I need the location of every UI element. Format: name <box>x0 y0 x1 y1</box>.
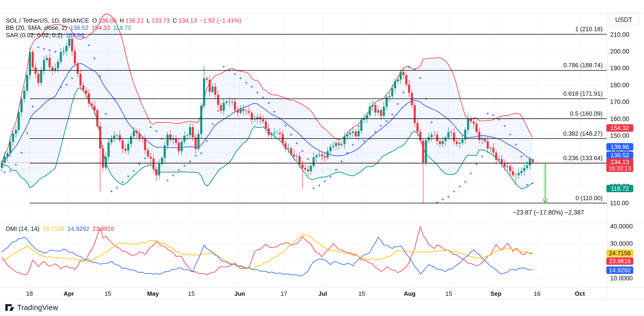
time-tick-16: 16 <box>534 290 540 297</box>
price-badge-136.52: 136.52 <box>606 151 633 159</box>
dmi-legend-label: DMI (14, 14) <box>6 225 40 232</box>
dmi-badge-14.9292: 14.9292 <box>606 266 633 274</box>
bb-legend-label: BB (20, SMA, close, 2) <box>6 24 67 31</box>
time-tick-jul: Jul <box>318 290 327 297</box>
dmi-adx-value: 24.7156 <box>42 225 64 232</box>
bb-legend-row[interactable]: BB (20, SMA, close, 2) 136.52 154.32 118… <box>6 24 132 31</box>
time-tick-aug: Aug <box>404 290 416 297</box>
price-tick-160: 160.00 <box>610 115 629 122</box>
ohlc-h: H136.21 <box>120 17 145 24</box>
price-tick-170: 170.00 <box>610 98 629 106</box>
time-tick-sep: Sep <box>490 290 502 297</box>
ohlc-l: L133.73 <box>147 17 171 24</box>
time-tick-jun: Jun <box>234 290 245 297</box>
time-tick-18: 18 <box>26 290 33 297</box>
price-badge-118.72: 118.72 <box>606 185 633 192</box>
sar-value: 139.96 <box>66 32 84 39</box>
dmi-tick-30: 30.0000 <box>610 240 633 247</box>
time-tick-15: 15 <box>188 290 195 297</box>
dmi-badge-23.9816: 23.9816 <box>606 257 633 265</box>
symbol-legend-row[interactable]: SOL / TetherUS, 1D, BINANCE O136.06H136.… <box>6 17 243 24</box>
dmi-plus-di-value: 14.9292 <box>68 225 89 232</box>
bb-lower-value: 118.72 <box>113 24 131 31</box>
price-badge-134.13: 134.1316:33:13 <box>606 158 633 172</box>
ohlc-o: O136.06 <box>92 17 118 24</box>
dmi-minus-di-value: 23.9816 <box>92 225 114 232</box>
time-tick-may: May <box>147 290 159 297</box>
dmi-badge-24.7156: 24.7156 <box>606 249 633 257</box>
time-tick-15: 15 <box>358 290 365 297</box>
price-tick-110: 110.00 <box>610 199 629 207</box>
price-tick-200: 200.00 <box>610 48 629 55</box>
price-tick-180: 180.00 <box>610 82 629 89</box>
tradingview-logo-icon <box>5 303 14 312</box>
fib-level-label-6: 0 (110.00) <box>576 194 602 201</box>
price-badge-154.32: 154.32 <box>606 124 633 132</box>
symbol-title: SOL / TetherUS, 1D, BINANCE <box>6 17 89 24</box>
ohlc-c: C134.13 <box>173 17 198 24</box>
dmi-tick-40: 40.0000 <box>610 223 633 230</box>
price-badge-139.96: 139.96 <box>606 143 633 151</box>
dmi-legend-row[interactable]: DMI (14, 14) 24.7156 14.9292 23.9816 <box>6 225 116 232</box>
price-tick-190: 190.00 <box>610 65 629 72</box>
change-value: −1.92 (−1.41%) <box>200 17 241 24</box>
fib-level-label-0: 1 (210.18) <box>575 26 602 33</box>
fib-level-label-1: 0.786 (188.74) <box>563 62 602 69</box>
tradingview-footer[interactable]: TradingView <box>5 302 58 313</box>
fib-level-label-5: 0.236 (133.64) <box>563 155 602 162</box>
time-tick-apr: Apr <box>64 290 74 297</box>
fib-level-label-2: 0.618 (171.91) <box>563 90 602 97</box>
tradingview-brand-text: TradingView <box>17 303 58 312</box>
bb-upper-value: 154.32 <box>92 24 110 31</box>
sar-legend-row[interactable]: SAR (0.02, 0.02, 0.2) 139.96 <box>6 32 86 39</box>
time-tick-15: 15 <box>446 290 452 297</box>
time-tick-oct: Oct <box>575 290 585 297</box>
time-tick-17: 17 <box>280 290 287 297</box>
price-tick-150: 150.00 <box>610 132 629 139</box>
sar-legend-label: SAR (0.02, 0.02, 0.2) <box>6 32 62 39</box>
fib-level-label-3: 0.5 (160.09) <box>570 110 602 117</box>
tradingview-chart-page: BeInCrypto1 published on TradingView.com… <box>0 0 644 316</box>
currency-toggle-button[interactable]: USDT <box>609 14 639 26</box>
time-tick-15: 15 <box>104 290 111 297</box>
measure-annotation: −23.87 (−17.80%) −2,387 <box>513 209 578 216</box>
price-tick-210: 210.00 <box>610 31 629 38</box>
dmi-tick-10: 10.0000 <box>610 275 633 282</box>
bb-basis-value: 136.52 <box>70 24 88 31</box>
candlestick-chart-canvas[interactable] <box>0 0 644 316</box>
fib-level-label-4: 0.382 (148.27) <box>563 130 602 137</box>
